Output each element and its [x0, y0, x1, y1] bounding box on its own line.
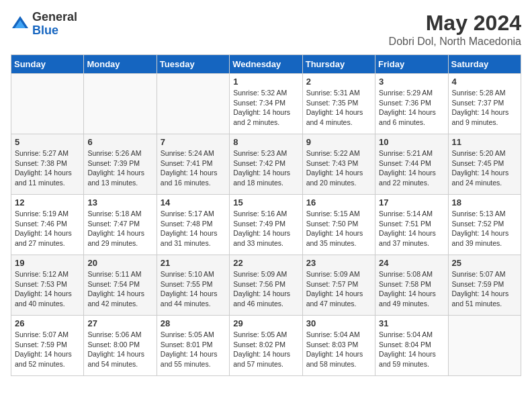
cell-info: Sunrise: 5:07 AM Sunset: 7:59 PM Dayligh…	[15, 330, 80, 369]
calendar-cell: 13Sunrise: 5:18 AM Sunset: 7:47 PM Dayli…	[84, 195, 157, 255]
cell-info: Sunrise: 5:12 AM Sunset: 7:53 PM Dayligh…	[15, 269, 80, 309]
day-number: 22	[233, 258, 298, 268]
logo-icon	[11, 15, 30, 34]
calendar-cell: 25Sunrise: 5:07 AM Sunset: 7:59 PM Dayli…	[448, 255, 521, 316]
cell-info: Sunrise: 5:11 AM Sunset: 7:54 PM Dayligh…	[87, 269, 152, 309]
cell-info: Sunrise: 5:06 AM Sunset: 8:00 PM Dayligh…	[87, 330, 152, 369]
cell-info: Sunrise: 5:19 AM Sunset: 7:46 PM Dayligh…	[15, 209, 80, 248]
weekday-header-row: SundayMondayTuesdayWednesdayThursdayFrid…	[11, 55, 521, 74]
cell-info: Sunrise: 5:09 AM Sunset: 7:57 PM Dayligh…	[306, 269, 371, 309]
weekday-header-thursday: Thursday	[302, 55, 375, 74]
calendar-cell: 1Sunrise: 5:32 AM Sunset: 7:34 PM Daylig…	[230, 74, 302, 134]
weekday-header-sunday: Sunday	[11, 55, 84, 74]
calendar-cell: 31Sunrise: 5:04 AM Sunset: 8:04 PM Dayli…	[375, 316, 448, 376]
day-number: 20	[87, 258, 152, 268]
calendar-cell: 23Sunrise: 5:09 AM Sunset: 7:57 PM Dayli…	[302, 255, 375, 316]
day-number: 18	[452, 197, 517, 208]
cell-info: Sunrise: 5:24 AM Sunset: 7:41 PM Dayligh…	[161, 148, 226, 188]
cell-info: Sunrise: 5:04 AM Sunset: 8:03 PM Dayligh…	[306, 330, 371, 369]
cell-info: Sunrise: 5:27 AM Sunset: 7:38 PM Dayligh…	[15, 148, 80, 188]
week-row-2: 5Sunrise: 5:27 AM Sunset: 7:38 PM Daylig…	[11, 134, 521, 195]
weekday-header-wednesday: Wednesday	[230, 55, 302, 74]
day-number: 10	[379, 137, 444, 147]
calendar-cell: 26Sunrise: 5:07 AM Sunset: 7:59 PM Dayli…	[11, 316, 84, 376]
weekday-header-saturday: Saturday	[448, 55, 521, 74]
logo-blue: Blue	[32, 24, 58, 37]
day-number: 3	[379, 77, 444, 87]
calendar-cell: 6Sunrise: 5:26 AM Sunset: 7:39 PM Daylig…	[84, 134, 157, 195]
calendar-cell: 2Sunrise: 5:31 AM Sunset: 7:35 PM Daylig…	[302, 74, 375, 134]
day-number: 23	[306, 258, 371, 268]
calendar-cell: 21Sunrise: 5:10 AM Sunset: 7:55 PM Dayli…	[157, 255, 229, 316]
day-number: 16	[306, 197, 371, 208]
day-number: 6	[87, 137, 152, 147]
calendar-cell: 3Sunrise: 5:29 AM Sunset: 7:36 PM Daylig…	[375, 74, 448, 134]
logo-general: General	[32, 10, 77, 24]
calendar-cell: 24Sunrise: 5:08 AM Sunset: 7:58 PM Dayli…	[375, 255, 448, 316]
day-number: 15	[233, 197, 298, 208]
day-number: 24	[379, 258, 444, 268]
calendar-cell: 22Sunrise: 5:09 AM Sunset: 7:56 PM Dayli…	[230, 255, 302, 316]
day-number: 27	[87, 318, 152, 328]
day-number: 17	[379, 197, 444, 208]
day-number: 31	[379, 318, 444, 328]
cell-info: Sunrise: 5:28 AM Sunset: 7:37 PM Dayligh…	[452, 88, 517, 128]
week-row-4: 19Sunrise: 5:12 AM Sunset: 7:53 PM Dayli…	[11, 255, 521, 316]
calendar-cell	[157, 74, 229, 134]
calendar-cell	[448, 316, 521, 376]
cell-info: Sunrise: 5:20 AM Sunset: 7:45 PM Dayligh…	[452, 148, 517, 188]
day-number: 19	[15, 258, 80, 268]
day-number: 9	[306, 137, 371, 147]
weekday-header-tuesday: Tuesday	[157, 55, 229, 74]
cell-info: Sunrise: 5:16 AM Sunset: 7:49 PM Dayligh…	[233, 209, 298, 248]
calendar-table: SundayMondayTuesdayWednesdayThursdayFrid…	[11, 54, 521, 376]
day-number: 28	[161, 318, 226, 328]
cell-info: Sunrise: 5:10 AM Sunset: 7:55 PM Dayligh…	[161, 269, 226, 309]
cell-info: Sunrise: 5:23 AM Sunset: 7:42 PM Dayligh…	[233, 148, 298, 188]
calendar-cell: 5Sunrise: 5:27 AM Sunset: 7:38 PM Daylig…	[11, 134, 84, 195]
calendar-cell: 27Sunrise: 5:06 AM Sunset: 8:00 PM Dayli…	[84, 316, 157, 376]
cell-info: Sunrise: 5:18 AM Sunset: 7:47 PM Dayligh…	[87, 209, 152, 248]
day-number: 14	[161, 197, 226, 208]
cell-info: Sunrise: 5:17 AM Sunset: 7:48 PM Dayligh…	[161, 209, 226, 248]
calendar-cell: 7Sunrise: 5:24 AM Sunset: 7:41 PM Daylig…	[157, 134, 229, 195]
location-title: Dobri Dol, North Macedonia	[389, 36, 521, 48]
day-number: 4	[452, 77, 517, 87]
calendar-cell	[11, 74, 84, 134]
week-row-1: 1Sunrise: 5:32 AM Sunset: 7:34 PM Daylig…	[11, 74, 521, 134]
logo: General Blue	[11, 11, 77, 38]
cell-info: Sunrise: 5:26 AM Sunset: 7:39 PM Dayligh…	[87, 148, 152, 188]
day-number: 25	[452, 258, 517, 268]
week-row-3: 12Sunrise: 5:19 AM Sunset: 7:46 PM Dayli…	[11, 195, 521, 255]
calendar-cell: 9Sunrise: 5:22 AM Sunset: 7:43 PM Daylig…	[302, 134, 375, 195]
cell-info: Sunrise: 5:22 AM Sunset: 7:43 PM Dayligh…	[306, 148, 371, 188]
cell-info: Sunrise: 5:29 AM Sunset: 7:36 PM Dayligh…	[379, 88, 444, 128]
day-number: 1	[233, 77, 298, 87]
cell-info: Sunrise: 5:14 AM Sunset: 7:51 PM Dayligh…	[379, 209, 444, 248]
day-number: 29	[233, 318, 298, 328]
calendar-cell: 10Sunrise: 5:21 AM Sunset: 7:44 PM Dayli…	[375, 134, 448, 195]
month-title: May 2024	[389, 11, 521, 36]
calendar-cell: 4Sunrise: 5:28 AM Sunset: 7:37 PM Daylig…	[448, 74, 521, 134]
logo-text: General Blue	[32, 11, 77, 38]
calendar-cell: 17Sunrise: 5:14 AM Sunset: 7:51 PM Dayli…	[375, 195, 448, 255]
calendar-cell	[84, 74, 157, 134]
weekday-header-friday: Friday	[375, 55, 448, 74]
cell-info: Sunrise: 5:07 AM Sunset: 7:59 PM Dayligh…	[452, 269, 517, 309]
day-number: 11	[452, 137, 517, 147]
day-number: 7	[161, 137, 226, 147]
day-number: 8	[233, 137, 298, 147]
calendar-cell: 18Sunrise: 5:13 AM Sunset: 7:52 PM Dayli…	[448, 195, 521, 255]
cell-info: Sunrise: 5:13 AM Sunset: 7:52 PM Dayligh…	[452, 209, 517, 248]
page-header: General Blue May 2024 Dobri Dol, North M…	[11, 11, 521, 48]
day-number: 2	[306, 77, 371, 87]
day-number: 13	[87, 197, 152, 208]
cell-info: Sunrise: 5:04 AM Sunset: 8:04 PM Dayligh…	[379, 330, 444, 369]
cell-info: Sunrise: 5:09 AM Sunset: 7:56 PM Dayligh…	[233, 269, 298, 309]
day-number: 5	[15, 137, 80, 147]
calendar-cell: 30Sunrise: 5:04 AM Sunset: 8:03 PM Dayli…	[302, 316, 375, 376]
cell-info: Sunrise: 5:31 AM Sunset: 7:35 PM Dayligh…	[306, 88, 371, 128]
weekday-header-monday: Monday	[84, 55, 157, 74]
calendar-cell: 14Sunrise: 5:17 AM Sunset: 7:48 PM Dayli…	[157, 195, 229, 255]
calendar-cell: 16Sunrise: 5:15 AM Sunset: 7:50 PM Dayli…	[302, 195, 375, 255]
